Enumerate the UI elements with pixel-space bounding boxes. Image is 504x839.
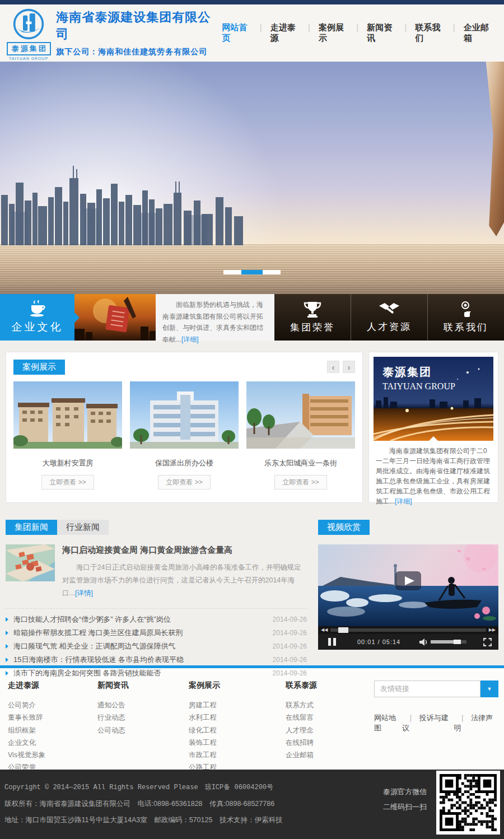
city-skyline bbox=[0, 161, 246, 245]
feature-contact[interactable]: 联系我们 bbox=[427, 294, 504, 341]
legal-link[interactable]: 法律声明 bbox=[454, 713, 498, 733]
footer-link[interactable]: 装饰工程 bbox=[189, 737, 286, 749]
nav-home[interactable]: 网站首页 bbox=[213, 22, 262, 44]
featured-news-excerpt: 海口于24日正式启动迎接黄金周旅游小高峰的各项准备工作，并明确规定对监管旅游市场… bbox=[62, 561, 307, 600]
footer-link[interactable]: 企业文化 bbox=[8, 737, 97, 749]
logo-en-text: TAIYUAN GROUP bbox=[9, 57, 48, 60]
about-paragraph: 海南泰源建筑集团有限公司于二0一二年三月一日经海南省工商行政管理局批准成立。由海… bbox=[376, 447, 490, 505]
footer-link[interactable]: 人才理念 bbox=[286, 724, 374, 737]
news-list-item[interactable]: 15日海南楼市：行情表现较低迷 各市县均价表现平稳2014-09-26 bbox=[6, 653, 307, 666]
cases-next-button[interactable]: › bbox=[343, 361, 355, 373]
case-image-residential bbox=[13, 381, 122, 449]
rewind-icon[interactable]: ◀◀ bbox=[321, 626, 328, 634]
pager-dot-1[interactable] bbox=[223, 270, 241, 274]
friend-links-select[interactable]: 友情链接 ▼ bbox=[374, 680, 498, 697]
footer-link[interactable]: 董事长致辞 bbox=[8, 711, 97, 724]
featured-news-title[interactable]: 海口启动迎接黄金周 海口黄金周旅游含金量高 bbox=[62, 545, 307, 556]
tab-industry-news[interactable]: 行业新闻 bbox=[57, 520, 109, 535]
logo-buildings-icon bbox=[12, 8, 45, 40]
video-screen[interactable] bbox=[318, 544, 498, 626]
friend-links-placeholder[interactable]: 友情链接 bbox=[374, 680, 480, 697]
footer-link[interactable]: 公司动态 bbox=[97, 724, 189, 737]
speaker-icon bbox=[419, 638, 427, 646]
volume-control[interactable] bbox=[419, 638, 466, 646]
cases-prev-button[interactable]: ‹ bbox=[327, 361, 339, 373]
qr-code bbox=[436, 771, 500, 835]
nav-contact[interactable]: 联系我们 bbox=[407, 22, 455, 44]
wechat-label: 泰源官方微信 二维码扫一扫 bbox=[373, 784, 427, 814]
case-card[interactable]: 大墩新村安置房 立即查看 >> bbox=[13, 381, 122, 490]
feature-culture[interactable]: 企业文化 bbox=[0, 294, 74, 341]
volume-track[interactable] bbox=[431, 640, 466, 644]
feature-honor[interactable]: 集团荣誉 bbox=[274, 294, 351, 341]
case-name: 大墩新村安置房 bbox=[13, 458, 122, 468]
case-view-button[interactable]: 立即查看 >> bbox=[158, 475, 211, 490]
dashed-divider bbox=[6, 608, 307, 609]
bullet-icon bbox=[6, 617, 8, 622]
case-card[interactable]: 乐东太阳城商业一条街 立即查看 >> bbox=[246, 381, 355, 490]
cases-title-chip: 案例展示 bbox=[13, 360, 65, 375]
tab-group-news[interactable]: 集团新闻 bbox=[6, 520, 57, 535]
footer-link[interactable]: Vis视觉形象 bbox=[8, 749, 97, 761]
nav-cases[interactable]: 案例展示 bbox=[310, 22, 358, 44]
feature-talent-label: 人才资源 bbox=[367, 320, 412, 333]
progress-handle[interactable] bbox=[338, 627, 348, 633]
nav-about[interactable]: 走进泰源 bbox=[262, 22, 310, 44]
chevron-down-icon: ▼ bbox=[487, 686, 492, 692]
feature-talent[interactable]: 人才资源 bbox=[351, 294, 427, 341]
news-list-item[interactable]: 暗箱操作帮朋友揽工程 海口美兰区住建局原局长获刑2014-09-26 bbox=[6, 626, 307, 640]
news-list-item[interactable]: 海口技能人才招聘会“僧少粥多” 许多人在“挑”岗位2014-09-26 bbox=[6, 613, 307, 626]
footer-link[interactable]: 市政工程 bbox=[189, 749, 286, 761]
company-logo[interactable]: 泰源集团 TAIYUAN GROUP bbox=[4, 6, 53, 60]
company-titles: 海南省泰源建设集团有限公司 旗下公司：海南和佳佳建筑劳务有限公司 bbox=[56, 9, 213, 57]
pager-dot-2[interactable] bbox=[241, 270, 263, 274]
copyright-line: Copyright © 2014—2015 All Rights Reserve… bbox=[4, 780, 504, 796]
fullscreen-icon[interactable] bbox=[483, 638, 492, 646]
video-progress-row: ◀◀ ▶▶ bbox=[318, 626, 498, 634]
dropdown-button[interactable]: ▼ bbox=[480, 680, 498, 697]
bullet-icon bbox=[6, 658, 8, 662]
pause-button[interactable] bbox=[328, 638, 336, 646]
footer-link[interactable]: 联系方式 bbox=[286, 699, 374, 711]
video-controls: 00:01 / 05:14 bbox=[318, 634, 498, 650]
footer-col-title: 联系泰源 bbox=[286, 680, 374, 691]
footer-link[interactable]: 通知公告 bbox=[97, 699, 189, 711]
footer-link[interactable]: 在线留言 bbox=[286, 711, 374, 724]
footer-link[interactable]: 行业动态 bbox=[97, 711, 189, 724]
volume-handle[interactable] bbox=[454, 640, 461, 644]
intro-detail-link[interactable]: [详细] bbox=[181, 335, 199, 343]
case-card[interactable]: 保国派出所办公楼 立即查看 >> bbox=[130, 381, 239, 490]
about-image[interactable]: 泰源集团 TAIYUAN GROUP bbox=[374, 357, 493, 441]
footer-link[interactable]: 水利工程 bbox=[189, 711, 286, 724]
about-title-overlay: 泰源集团 bbox=[382, 365, 432, 380]
forward-icon[interactable]: ▶▶ bbox=[489, 626, 496, 634]
pager-dot-3[interactable] bbox=[263, 270, 281, 274]
footer-link[interactable]: 绿化工程 bbox=[189, 724, 286, 737]
news-date: 2014-09-26 bbox=[273, 629, 307, 637]
news-date: 2014-09-26 bbox=[273, 642, 307, 650]
footer-col-title: 案例展示 bbox=[189, 680, 286, 691]
nav-mail[interactable]: 企业邮箱 bbox=[455, 22, 503, 44]
case-view-button[interactable]: 立即查看 >> bbox=[41, 475, 94, 490]
progress-track[interactable] bbox=[330, 628, 486, 632]
news-list-item[interactable]: 淡市下的海南房企如何突围 各路营销技能能否2014-09-26 bbox=[6, 666, 307, 680]
news-list-item[interactable]: 海口频现气荒 相关企业：正调配周边气源保障供气2014-09-26 bbox=[6, 640, 307, 653]
footer-right: 友情链接 ▼ 网站地图 投诉与建议 法律声明 bbox=[374, 680, 498, 770]
footer-link[interactable]: 房建工程 bbox=[189, 699, 286, 711]
about-detail-link[interactable]: [详细] bbox=[395, 497, 412, 505]
sitemap-link[interactable]: 网站地图 bbox=[374, 713, 402, 733]
copyright-bar: Copyright © 2014—2015 All Rights Reserve… bbox=[0, 770, 504, 839]
footer-link[interactable]: 公司简介 bbox=[8, 699, 97, 711]
featured-detail-link[interactable]: [详情] bbox=[75, 589, 93, 597]
complaints-link[interactable]: 投诉与建议 bbox=[402, 713, 454, 733]
case-view-button[interactable]: 立即查看 >> bbox=[274, 475, 327, 490]
case-name: 保国派出所办公楼 bbox=[130, 458, 239, 468]
case-name: 乐东太阳城商业一条街 bbox=[246, 458, 355, 468]
footer-link[interactable]: 组织框架 bbox=[8, 724, 97, 737]
footer-link[interactable]: 企业邮箱 bbox=[286, 749, 374, 761]
bullet-icon bbox=[6, 631, 8, 635]
nav-news[interactable]: 新闻资讯 bbox=[358, 22, 406, 44]
video-player[interactable]: ◀◀ ▶▶ 00:01 / 05:14 bbox=[318, 544, 498, 650]
featured-news[interactable]: 海口启动迎接黄金周 海口黄金周旅游含金量高 海口于24日正式启动迎接黄金周旅游小… bbox=[6, 544, 307, 600]
footer-link[interactable]: 在线招聘 bbox=[286, 737, 374, 749]
